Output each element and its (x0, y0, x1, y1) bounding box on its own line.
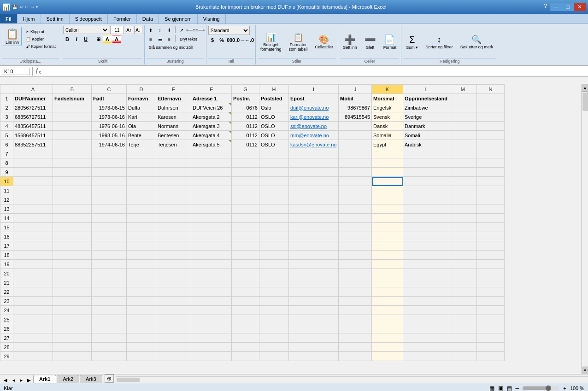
grid-cell[interactable] (476, 94, 504, 103)
grid-cell[interactable]: Postnr. (232, 94, 259, 103)
grid-cell[interactable] (449, 324, 476, 333)
grid-cell[interactable] (259, 324, 289, 333)
grid-cell[interactable] (476, 214, 504, 223)
cellestiler-btn[interactable]: 🎨 Cellestiler (312, 33, 336, 51)
grid-cell[interactable]: 0112 (232, 140, 259, 149)
grid-cell[interactable] (191, 260, 232, 269)
col-header-f[interactable]: F (191, 85, 232, 94)
grid-cell[interactable] (191, 186, 232, 195)
grid-cell[interactable]: Poststed (259, 94, 289, 103)
grid-cell[interactable] (259, 297, 289, 306)
grid-cell[interactable] (476, 122, 504, 131)
grid-cell[interactable]: Fødselsnum (53, 94, 92, 103)
grid-cell[interactable] (372, 278, 403, 287)
table-row[interactable]: 16 (0, 232, 505, 241)
grid-cell[interactable] (339, 223, 372, 232)
italic-button[interactable]: I (72, 35, 81, 43)
grid-cell[interactable] (232, 333, 259, 343)
grid-cell[interactable] (156, 260, 191, 269)
grid-cell[interactable] (289, 149, 339, 158)
grid-cell[interactable] (127, 324, 156, 333)
grid-cell[interactable] (191, 241, 232, 251)
quick-access-redo[interactable]: ↪ (30, 5, 34, 10)
grid-cell[interactable]: Kari (127, 112, 156, 122)
grid-cell[interactable] (232, 343, 259, 352)
grid-cell[interactable] (13, 168, 53, 177)
kopier-format-button[interactable]: 🖌 Kopier format (24, 43, 58, 50)
sett-inn-btn[interactable]: ➕ Sett inn (340, 32, 360, 52)
grid-cell[interactable] (289, 278, 339, 287)
wrap-text-btn[interactable]: Bryt tekst (177, 35, 200, 43)
grid-cell[interactable] (156, 168, 191, 177)
grid-cell[interactable]: Karesen (156, 112, 191, 122)
grid-cell[interactable] (156, 352, 191, 361)
table-row[interactable]: 24 (0, 306, 505, 315)
grid-cell[interactable] (127, 204, 156, 214)
scroll-up-btn[interactable]: ▲ (582, 84, 588, 92)
grid-cell[interactable] (259, 149, 289, 158)
grid-cell[interactable] (259, 168, 289, 177)
grid-cell[interactable] (53, 352, 92, 361)
grid-cell[interactable] (259, 306, 289, 315)
row-header-11[interactable]: 11 (0, 186, 13, 195)
grid-cell[interactable] (476, 241, 504, 251)
grid-cell[interactable] (127, 186, 156, 195)
grid-cell[interactable]: 48356457511 (13, 122, 53, 131)
grid-cell[interactable] (449, 204, 476, 214)
grid-cell[interactable] (449, 251, 476, 260)
grid-cell[interactable]: 88352257511 (13, 140, 53, 149)
col-header-a[interactable]: A (13, 85, 53, 94)
grid-cell[interactable] (13, 297, 53, 306)
grid-cell[interactable] (339, 168, 372, 177)
grid-cell[interactable]: 68356727511 (13, 112, 53, 122)
grid-cell[interactable] (339, 131, 372, 140)
grid-cell[interactable] (259, 315, 289, 324)
grid-cell[interactable] (127, 269, 156, 278)
col-header-k[interactable]: K (372, 85, 403, 94)
grid-cell[interactable] (372, 214, 403, 223)
grid-cell[interactable] (92, 158, 127, 168)
grid-cell[interactable] (403, 297, 449, 306)
grid-cell[interactable] (232, 324, 259, 333)
grid-cell[interactable] (232, 223, 259, 232)
grid-cell[interactable] (53, 149, 92, 158)
grid-cell[interactable] (259, 186, 289, 195)
grid-cell[interactable] (449, 94, 476, 103)
grid-cell[interactable] (449, 232, 476, 241)
scroll-thumb-v[interactable] (582, 93, 588, 111)
underline-button[interactable]: U (82, 35, 90, 43)
align-center-btn[interactable]: ☰ (156, 35, 164, 43)
grid-cell[interactable] (449, 241, 476, 251)
merge-center-btn[interactable]: Slå sammen og midtstill (147, 44, 204, 51)
tab-sideoppsett[interactable]: Sideoppsett (70, 14, 108, 23)
grid-cell[interactable] (53, 112, 92, 122)
grid-cell[interactable]: 0676 (232, 103, 259, 112)
row-header-4[interactable]: 4 (0, 122, 13, 131)
grid-cell[interactable] (191, 306, 232, 315)
row-header-22[interactable]: 22 (0, 287, 13, 297)
scroll-down-btn[interactable]: ▼ (582, 367, 588, 374)
zoom-slider[interactable] (523, 386, 559, 390)
grid-cell[interactable]: OSLO (259, 122, 289, 131)
grid-cell[interactable] (259, 195, 289, 204)
table-row[interactable]: 26 (0, 324, 505, 333)
col-header-d[interactable]: D (127, 85, 156, 94)
grid-cell[interactable]: Sverige (403, 112, 449, 122)
row-header-12[interactable]: 12 (0, 195, 13, 204)
grid-cell[interactable] (372, 297, 403, 306)
grid-cell[interactable]: ssi@enovate.no (289, 122, 339, 131)
tab-hjem[interactable]: Hjem (18, 14, 41, 23)
grid-cell[interactable] (339, 177, 372, 186)
grid-cell[interactable] (232, 158, 259, 168)
grid-cell[interactable] (372, 168, 403, 177)
grid-cell[interactable]: OSLO (259, 112, 289, 122)
grid-cell[interactable] (476, 352, 504, 361)
minimize-button[interactable]: ─ (550, 3, 562, 11)
grid-cell[interactable] (232, 315, 259, 324)
tab-nav-right[interactable]: ▶ (25, 378, 33, 383)
grid-cell[interactable] (156, 204, 191, 214)
grid-cell[interactable] (339, 269, 372, 278)
grid-cell[interactable] (449, 186, 476, 195)
grid-cell[interactable] (259, 177, 289, 186)
grid-cell[interactable] (476, 223, 504, 232)
